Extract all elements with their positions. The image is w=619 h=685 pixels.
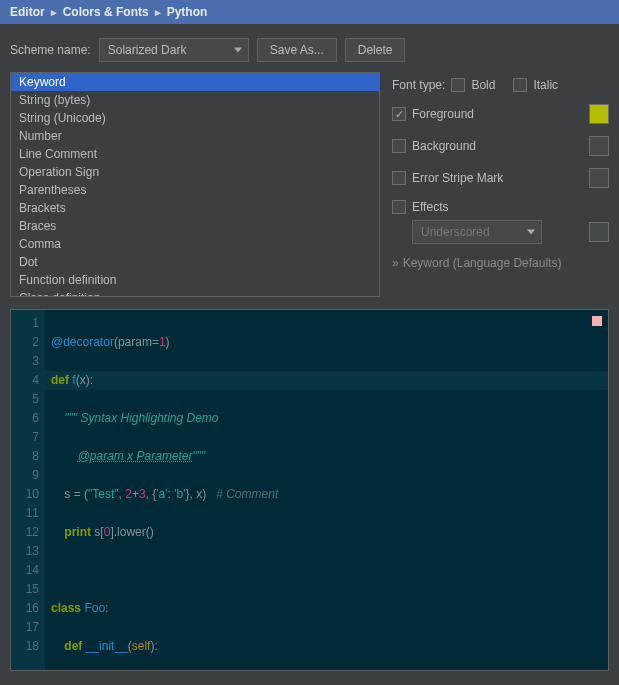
effects-select[interactable]: Underscored [412, 220, 542, 244]
category-item[interactable]: Keyword [11, 73, 379, 91]
font-type-label: Font type: [392, 78, 445, 92]
effects-value: Underscored [421, 225, 490, 239]
error-stripe-checkbox[interactable] [392, 171, 406, 185]
arrow-right-icon: » [392, 256, 399, 270]
category-item[interactable]: Braces [11, 217, 379, 235]
breadcrumb: Editor ▸ Colors & Fonts ▸ Python [0, 0, 619, 24]
code-area[interactable]: @decorator(param=1) def f(x): """ Syntax… [45, 310, 608, 670]
scheme-value: Solarized Dark [108, 43, 187, 57]
effects-dropdown-row: Underscored [412, 220, 609, 244]
gutter: 123456789101112131415161718 [11, 310, 45, 670]
effects-checkbox[interactable] [392, 200, 406, 214]
scheme-select[interactable]: Solarized Dark [99, 38, 249, 62]
italic-checkbox[interactable] [513, 78, 527, 92]
category-item[interactable]: Parentheses [11, 181, 379, 199]
crumb-colors-fonts[interactable]: Colors & Fonts [63, 5, 149, 19]
category-item[interactable]: Class definition [11, 289, 379, 297]
foreground-row: Foreground [392, 104, 609, 124]
foreground-label: Foreground [412, 107, 474, 121]
category-item[interactable]: Brackets [11, 199, 379, 217]
category-item[interactable]: Function definition [11, 271, 379, 289]
category-item[interactable]: Comma [11, 235, 379, 253]
category-item[interactable]: String (Unicode) [11, 109, 379, 127]
category-item[interactable]: Line Comment [11, 145, 379, 163]
scheme-row: Scheme name: Solarized Dark Save As... D… [0, 24, 619, 72]
background-row: Background [392, 136, 609, 156]
category-item[interactable]: String (bytes) [11, 91, 379, 109]
category-item[interactable]: Operation Sign [11, 163, 379, 181]
font-type-row: Font type: Bold Italic [392, 78, 609, 92]
category-item[interactable]: Number [11, 127, 379, 145]
effects-row: Effects [392, 200, 609, 214]
error-stripe-label: Error Stripe Mark [412, 171, 503, 185]
background-swatch[interactable] [589, 136, 609, 156]
crumb-editor[interactable]: Editor [10, 5, 45, 19]
bold-label: Bold [471, 78, 495, 92]
delete-button[interactable]: Delete [345, 38, 406, 62]
inherits-link[interactable]: »Keyword (Language Defaults) [392, 256, 609, 270]
effects-swatch[interactable] [589, 222, 609, 242]
save-as-button[interactable]: Save As... [257, 38, 337, 62]
crumb-python[interactable]: Python [167, 5, 208, 19]
background-checkbox[interactable] [392, 139, 406, 153]
code-preview[interactable]: 123456789101112131415161718 @decorator(p… [10, 309, 609, 671]
effects-label: Effects [412, 200, 448, 214]
category-list[interactable]: KeywordString (bytes)String (Unicode)Num… [10, 72, 380, 297]
error-stripe-row: Error Stripe Mark [392, 168, 609, 188]
foreground-checkbox[interactable] [392, 107, 406, 121]
chevron-right-icon: ▸ [51, 6, 57, 19]
chevron-down-icon [234, 48, 242, 53]
chevron-down-icon [527, 230, 535, 235]
italic-label: Italic [533, 78, 558, 92]
scheme-label: Scheme name: [10, 43, 91, 57]
category-item[interactable]: Dot [11, 253, 379, 271]
chevron-right-icon: ▸ [155, 6, 161, 19]
error-stripe-swatch[interactable] [589, 168, 609, 188]
background-label: Background [412, 139, 476, 153]
foreground-swatch[interactable] [589, 104, 609, 124]
bold-checkbox[interactable] [451, 78, 465, 92]
options-panel: Font type: Bold Italic Foreground Backgr… [392, 72, 609, 297]
